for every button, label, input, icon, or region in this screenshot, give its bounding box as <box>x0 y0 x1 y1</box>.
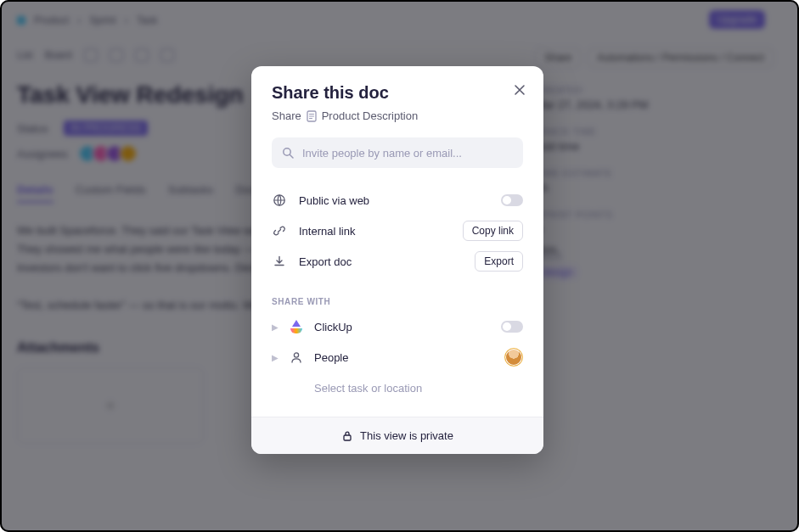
invite-search[interactable] <box>272 137 523 168</box>
select-location-row[interactable]: ▶ Select task or location <box>272 372 523 403</box>
share-people-row[interactable]: ▶ People <box>272 342 523 372</box>
svg-point-3 <box>294 353 298 357</box>
search-icon <box>282 147 294 159</box>
share-clickup-row[interactable]: ▶ ClickUp <box>272 311 523 342</box>
invite-input[interactable] <box>302 147 513 160</box>
public-web-row: Public via web <box>272 185 523 216</box>
share-modal: Share this doc Share Product Description… <box>251 66 543 454</box>
close-button[interactable] <box>511 81 528 98</box>
avatar <box>504 348 523 367</box>
person-icon <box>289 350 304 365</box>
svg-rect-4 <box>344 435 351 440</box>
share-with-label: SHARE WITH <box>251 287 543 311</box>
clickup-icon <box>289 319 304 334</box>
link-icon <box>272 223 287 238</box>
export-label: Export doc <box>299 255 475 268</box>
doc-icon <box>307 110 317 122</box>
export-button[interactable]: Export <box>475 251 523 272</box>
download-icon <box>272 254 287 269</box>
share-people-label: People <box>314 351 504 364</box>
caret-right-icon: ▶ <box>272 353 282 362</box>
globe-icon <box>272 193 287 208</box>
select-location-label: Select task or location <box>314 382 523 395</box>
modal-footer: This view is private <box>251 417 543 454</box>
internal-link-label: Internal link <box>299 225 463 238</box>
public-web-toggle[interactable] <box>501 194 523 206</box>
modal-title: Share this doc <box>272 83 523 103</box>
lock-icon <box>341 430 353 442</box>
export-row: Export doc Export <box>272 246 523 277</box>
share-subtitle: Share Product Description <box>272 109 523 122</box>
share-clickup-label: ClickUp <box>314 321 501 333</box>
copy-link-button[interactable]: Copy link <box>463 221 523 241</box>
footer-text: This view is private <box>360 429 453 442</box>
caret-right-icon: ▶ <box>272 322 282 332</box>
internal-link-row: Internal link Copy link <box>272 216 523 246</box>
public-web-label: Public via web <box>299 194 501 207</box>
share-clickup-toggle[interactable] <box>501 321 523 333</box>
svg-point-1 <box>284 148 290 155</box>
close-icon <box>514 84 526 96</box>
